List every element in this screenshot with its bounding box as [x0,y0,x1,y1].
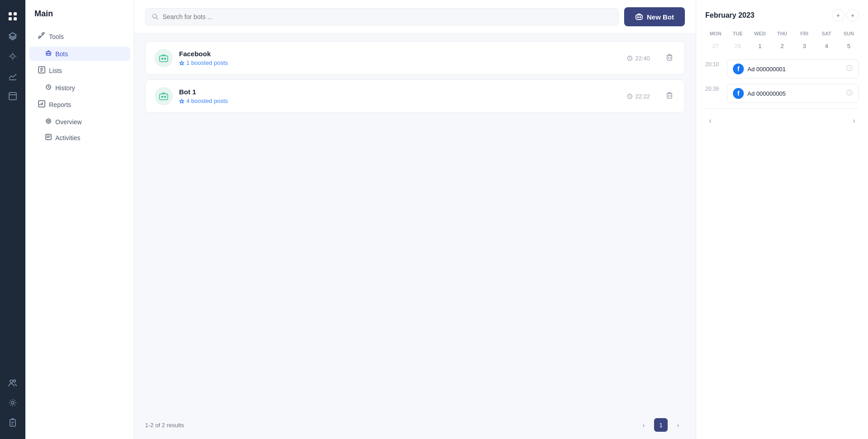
cal-day-2[interactable]: 2 [772,40,792,52]
reports-icon [38,100,45,109]
cal-day-28[interactable]: 28 [727,40,748,52]
facebook-icon-2: f [733,88,744,99]
sidebar-item-tools[interactable]: Tools [29,29,130,45]
svg-rect-1 [14,12,17,15]
cal-next-button[interactable]: + [846,9,859,22]
cal-week-prev[interactable]: ‹ [705,114,715,127]
cal-header-fri: Fri [794,29,815,38]
svg-point-36 [153,14,157,18]
sidebar-item-lists-label: Lists [49,67,62,74]
cal-day-5[interactable]: 5 [839,40,859,52]
cal-day-4[interactable]: 4 [816,40,837,52]
star-icon[interactable] [4,47,22,65]
sidebar-item-tools-label: Tools [49,33,64,40]
team-icon[interactable] [4,374,22,392]
svg-point-39 [637,17,638,18]
cal-header-sun: Sun [839,29,859,38]
icon-rail [0,0,25,439]
bot-info-bot1: Bot 1 4 boosted posts [179,88,621,104]
event-time-2: 20:39 [705,84,722,92]
event-row-2: 20:39 f Ad 000000005 [705,84,859,103]
svg-point-49 [162,96,163,98]
sidebar-item-history[interactable]: History [29,81,130,95]
svg-point-32 [48,120,49,122]
calendar-events: 20:10 f Ad 000000001 20:39 f Ad 00000000… [705,59,859,103]
right-panel: February 2023 + + Mon Tue Wed Thu Fri Sa… [696,0,868,439]
svg-rect-41 [160,56,168,62]
svg-point-21 [49,53,50,54]
sidebar-item-overview[interactable]: Overview [29,115,130,129]
layers-icon[interactable] [4,27,22,45]
cal-week-next[interactable]: › [849,114,859,127]
search-input[interactable] [163,13,612,20]
new-bot-button[interactable]: New Bot [624,7,685,26]
cal-header-mon: Mon [705,29,726,38]
tools-icon [38,32,45,41]
calendar-header: February 2023 + + [705,9,859,22]
delete-bot-bot1[interactable] [664,89,675,103]
bot-posts-bot1: 4 boosted posts [179,98,621,104]
svg-rect-52 [667,93,672,98]
history-icon [45,84,52,92]
chart-icon[interactable] [4,67,22,85]
svg-rect-15 [10,419,15,426]
bots-list: Facebook 1 boosted posts 22:40 [134,34,696,418]
event-clock-2 [846,89,853,98]
event-card-2[interactable]: f Ad 000000005 [727,84,859,103]
bot-card-facebook[interactable]: Facebook 1 boosted posts 22:40 [145,41,685,75]
sidebar-item-activities-label: Activities [55,134,80,141]
bot-info-facebook: Facebook 1 boosted posts [179,50,621,66]
search-icon [152,13,159,20]
svg-rect-10 [9,93,16,100]
event-time-1: 20:10 [705,59,722,68]
svg-rect-33 [46,134,51,140]
svg-point-20 [47,53,48,54]
sidebar-item-bots-label: Bots [55,50,68,58]
svg-point-31 [46,119,51,123]
event-row-1: 20:10 f Ad 000000001 [705,59,859,78]
svg-point-42 [162,58,163,59]
bot-posts-facebook: 1 boosted posts [179,59,621,66]
sidebar-item-activities[interactable]: Activities [29,131,130,145]
cal-day-27[interactable]: 27 [705,40,726,52]
event-name-1: Ad 000000001 [747,66,786,73]
facebook-icon-1: f [733,63,744,74]
cal-prev-button[interactable]: + [832,9,844,22]
svg-point-13 [14,380,16,382]
sidebar-item-overview-label: Overview [55,118,82,126]
svg-rect-3 [14,17,17,20]
svg-point-4 [11,54,15,58]
sidebar-title: Main [25,9,134,28]
svg-line-18 [40,34,43,37]
next-page-button[interactable]: › [671,418,685,432]
bot-card-bot1[interactable]: Bot 1 4 boosted posts 22:22 [145,79,685,113]
clipboard-icon[interactable] [4,414,22,432]
svg-point-40 [640,17,640,18]
svg-point-50 [165,96,166,98]
bot-icon [635,13,643,21]
svg-point-12 [10,380,13,383]
svg-rect-2 [9,17,12,20]
event-clock-1 [846,64,853,73]
page-1-button[interactable]: 1 [654,418,668,432]
sidebar-item-reports[interactable]: Reports [29,97,130,113]
cal-header-thu: Thu [772,29,792,38]
prev-page-button[interactable]: ‹ [637,418,650,432]
settings-icon[interactable] [4,394,22,412]
grid-icon[interactable] [4,7,22,25]
bot-name-facebook: Facebook [179,50,621,58]
sidebar-item-lists[interactable]: Lists [29,63,130,79]
lists-icon [38,66,45,75]
cal-day-3[interactable]: 3 [794,40,815,52]
delete-bot-facebook[interactable] [664,51,675,65]
calendar-grid: Mon Tue Wed Thu Fri Sat Sun 27 28 1 2 3 … [705,29,859,52]
cal-day-1[interactable]: 1 [750,40,770,52]
overview-icon [45,118,52,126]
box-icon[interactable] [4,87,22,105]
cal-header-sat: Sat [816,29,837,38]
event-card-1[interactable]: f Ad 000000001 [727,59,859,78]
sidebar-item-reports-label: Reports [49,101,71,108]
cal-week-nav: ‹ › [705,108,859,127]
sidebar-item-bots[interactable]: Bots [29,47,130,61]
search-bar[interactable] [145,8,619,25]
